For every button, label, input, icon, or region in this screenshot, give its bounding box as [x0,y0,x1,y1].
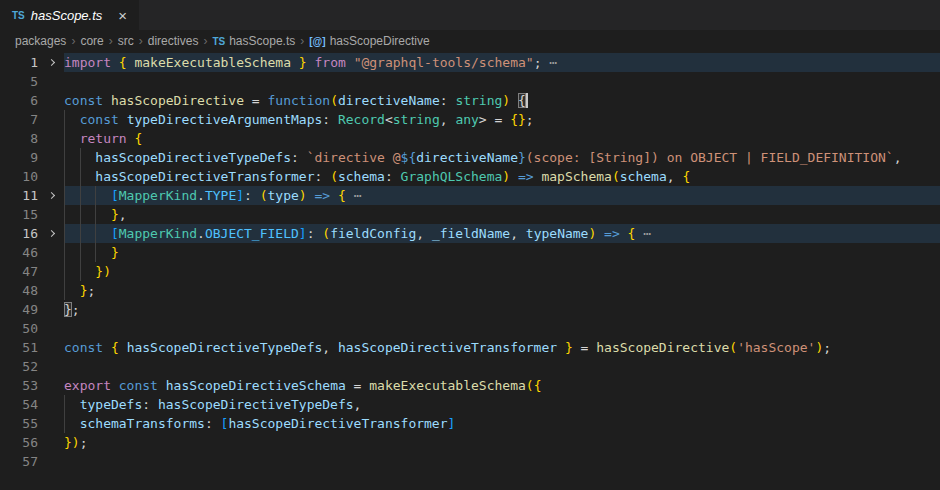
code-token: }) [64,435,80,450]
breadcrumb-item-packages[interactable]: packages [15,34,66,48]
line-number[interactable]: 54 [0,395,38,414]
gutter-spacer [38,110,64,129]
chevron-right-icon [47,191,54,198]
code-token: ] [299,226,307,241]
line-number[interactable]: 5 [0,72,38,91]
code-token: { [134,131,142,146]
gutter-spacer [38,262,64,281]
code-line-15[interactable]: 15 }, [0,205,940,224]
code-line-9[interactable]: 9 hasScopeDirectiveTypeDefs: `directive … [0,148,940,167]
code-line-50[interactable]: 50 [0,319,940,338]
code-token: from [307,55,354,70]
breadcrumb-label: src [118,34,134,48]
code-line-46[interactable]: 46 } [0,243,940,262]
code-line-7[interactable]: 7 const typeDirectiveArgumentMaps: Recor… [0,110,940,129]
code-token: => [604,226,620,241]
code-line-51[interactable]: 51const { hasScopeDirectiveTypeDefs, has… [0,338,940,357]
code-token: typeDefs [80,397,143,412]
code-token: = [244,93,267,108]
code-line-52[interactable]: 52 [0,357,940,376]
code-line-54[interactable]: 54 typeDefs: hasScopeDirectiveTypeDefs, [0,395,940,414]
line-number[interactable]: 46 [0,243,38,262]
code-line-48[interactable]: 48 }; [0,281,940,300]
breadcrumb-item-src[interactable]: src [118,34,134,48]
code-token [64,283,80,298]
breadcrumb-item-hasscopedirective[interactable]: [@]hasScopeDirective [309,34,429,48]
line-number[interactable]: 47 [0,262,38,281]
line-number[interactable]: 49 [0,300,38,319]
line-number[interactable]: 55 [0,414,38,433]
code-token: hasScopeDirectiveTypeDefs [158,397,354,412]
code-token: _fieldName [432,226,510,241]
code-token [64,245,111,260]
line-number[interactable]: 6 [0,91,38,110]
code-token: ; [823,340,831,355]
code-line-16[interactable]: 16 [MapperKind.OBJECT_FIELD]: (fieldConf… [0,224,940,243]
code-token: schemaTransforms [80,416,205,431]
code-line-8[interactable]: 8 return { [0,129,940,148]
code-token: } [291,55,307,70]
code-token: hasScopeDirective [596,340,729,355]
code-line-56[interactable]: 56}); [0,433,940,452]
gutter-spacer [38,338,64,357]
code-line-57[interactable]: 57 [0,452,940,471]
line-number[interactable]: 51 [0,338,38,357]
code-token: { [111,340,127,355]
code-token: } [557,340,573,355]
code-line-47[interactable]: 47 }) [0,262,940,281]
code-token: : [205,416,221,431]
code-line-55[interactable]: 55 schemaTransforms: [hasScopeDirectiveT… [0,414,940,433]
close-tab-icon[interactable]: × [116,7,129,24]
code-token: = [573,340,596,355]
fold-chevron-icon[interactable] [38,186,64,205]
line-number[interactable]: 53 [0,376,38,395]
fold-chevron-icon[interactable] [38,53,64,72]
line-number[interactable]: 50 [0,319,38,338]
code-token: const [80,112,127,127]
gutter-spacer [38,148,64,167]
line-number[interactable]: 15 [0,205,38,224]
breadcrumb-item-core[interactable]: core [80,34,103,48]
line-number[interactable]: 48 [0,281,38,300]
breadcrumb-separator: › [139,34,143,48]
code-token: : [142,397,158,412]
line-number[interactable]: 7 [0,110,38,129]
gutter-spacer [38,300,64,319]
line-number[interactable]: 57 [0,452,38,471]
code-token: {} [510,112,526,127]
code-content: }; [64,300,940,319]
code-content: const { hasScopeDirectiveTypeDefs, hasSc… [64,338,940,357]
code-line-5[interactable]: 5 [0,72,940,91]
code-token: ( [729,340,737,355]
breadcrumb-item-hasscope-ts[interactable]: TShasScope.ts [212,34,295,48]
line-number[interactable]: 56 [0,433,38,452]
code-line-10[interactable]: 10 hasScopeDirectiveTransformer: (schema… [0,167,940,186]
line-number[interactable]: 16 [0,224,38,243]
line-number[interactable]: 8 [0,129,38,148]
gutter-spacer [38,414,64,433]
code-token: makeExecutableSchema [134,55,291,70]
code-content: [MapperKind.OBJECT_FIELD]: (fieldConfig,… [64,224,940,243]
breadcrumb-item-directives[interactable]: directives [148,34,199,48]
code-line-11[interactable]: 11 [MapperKind.TYPE]: (type) => { ⋯ [0,186,940,205]
code-line-6[interactable]: 6const hasScopeDirective = function(dire… [0,91,940,110]
line-number[interactable]: 10 [0,167,38,186]
code-line-49[interactable]: 49}; [0,300,940,319]
code-token: string [393,112,440,127]
code-line-1[interactable]: 1import { makeExecutableSchema } from "@… [0,53,940,72]
line-number[interactable]: 52 [0,357,38,376]
code-content: import { makeExecutableSchema } from "@g… [64,53,940,72]
breadcrumb-label: packages [15,34,66,48]
code-token: mapSchema [541,169,611,184]
line-number[interactable]: 11 [0,186,38,205]
code-token: string [455,93,502,108]
code-token: : [314,169,330,184]
code-line-53[interactable]: 53export const hasScopeDirectiveSchema =… [0,376,940,395]
code-token: ( [260,188,268,203]
line-number[interactable]: 1 [0,53,38,72]
line-number[interactable]: 9 [0,148,38,167]
tab-hasscope-ts[interactable]: TS hasScope.ts × [0,0,139,30]
code-editor[interactable]: 1import { makeExecutableSchema } from "@… [0,52,940,490]
fold-chevron-icon[interactable] [38,224,64,243]
code-token: hasScopeDirectiveTransformer [95,169,314,184]
